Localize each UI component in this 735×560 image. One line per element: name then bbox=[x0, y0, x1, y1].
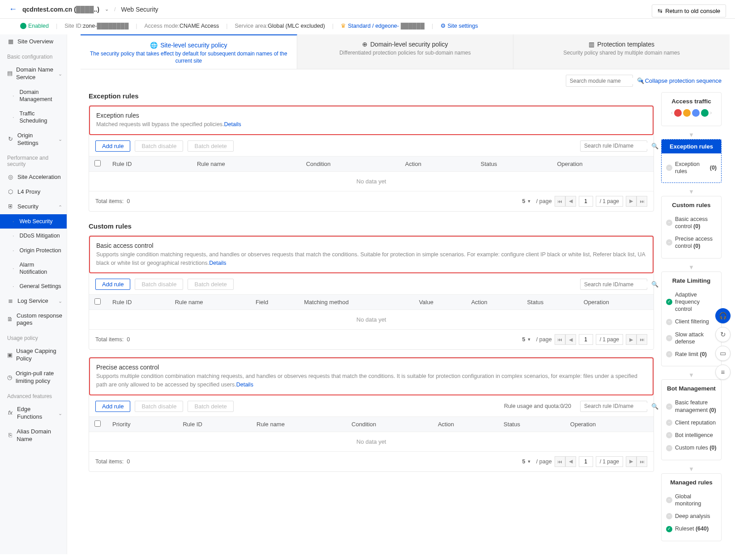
page-first-button[interactable]: ⏮ bbox=[555, 196, 565, 207]
batch-delete-button[interactable]: Batch delete bbox=[188, 401, 233, 412]
collapse-sequence-link[interactable]: ⇥ Collapse protection sequence bbox=[638, 77, 722, 84]
ruleset-line[interactable]: ✓Ruleset (640) bbox=[666, 522, 717, 535]
page-next-button[interactable]: ▶ bbox=[626, 456, 637, 467]
tab-protection-templates[interactable]: ▥Protection templates Security policy sh… bbox=[513, 34, 730, 69]
refresh-button[interactable]: ↻ bbox=[715, 327, 731, 342]
collapse-icon: ⇥ bbox=[638, 77, 643, 84]
page-prev-button[interactable]: ◀ bbox=[565, 456, 576, 467]
sidebar-item-log-service[interactable]: ≣Log Service⌄ bbox=[0, 294, 67, 309]
sidebar-item-origin-protection[interactable]: Origin Protection bbox=[0, 243, 67, 258]
status-dot-icon: − bbox=[666, 319, 672, 325]
sidebar-item-security[interactable]: ⛨Security⌃ bbox=[0, 199, 67, 214]
batch-disable-button[interactable]: Batch disable bbox=[135, 279, 183, 290]
custom-rules-title: Custom rules bbox=[666, 202, 717, 208]
sidebar-item-alias-domain[interactable]: ⎘Alias Domain Name bbox=[0, 424, 67, 447]
support-chat-button[interactable]: 🎧 bbox=[715, 308, 731, 323]
sidebar-item-domain-mgmt[interactable]: Domain Management bbox=[0, 85, 67, 107]
page-first-button[interactable]: ⏮ bbox=[555, 334, 565, 345]
docs-button[interactable]: ▭ bbox=[715, 346, 731, 361]
page-first-button[interactable]: ⏮ bbox=[555, 456, 565, 467]
select-all-checkbox[interactable] bbox=[94, 298, 101, 305]
rate-limit-line[interactable]: −Rate limit (0) bbox=[666, 348, 717, 361]
module-search[interactable]: 🔍 bbox=[566, 75, 633, 87]
site-settings-link[interactable]: ⚙ Site settings bbox=[440, 22, 478, 29]
page-input[interactable] bbox=[579, 196, 593, 207]
sidebar-item-origin-pull[interactable]: ◷Origin-pull rate limiting policy bbox=[0, 366, 67, 389]
return-old-console-button[interactable]: ⇆ Return to old console bbox=[652, 4, 726, 17]
per-page-value[interactable]: 5 bbox=[522, 336, 526, 343]
bot-management-sequence-block[interactable]: Bot Management −Basic feature management… bbox=[661, 379, 722, 460]
select-all-checkbox[interactable] bbox=[94, 160, 101, 166]
page-prev-button[interactable]: ◀ bbox=[565, 334, 576, 345]
sidebar-item-edge-functions[interactable]: fxEdge Functions⌄ bbox=[0, 402, 67, 424]
tab-site-level[interactable]: 🌐Site-level security policy The security… bbox=[81, 34, 297, 69]
batch-disable-button[interactable]: Batch disable bbox=[135, 140, 183, 152]
sidebar-item-traffic-scheduling[interactable]: Traffic Scheduling bbox=[0, 106, 67, 128]
client-filtering-line[interactable]: −Client filtering bbox=[666, 315, 717, 328]
page-input[interactable] bbox=[579, 456, 593, 467]
col-operation: Operation bbox=[578, 295, 654, 310]
basic-feature-line[interactable]: −Basic feature management (0) bbox=[666, 396, 717, 416]
per-page-value[interactable]: 5 bbox=[522, 198, 526, 204]
sidebar-item-site-acceleration[interactable]: ◎Site Acceleration bbox=[0, 170, 67, 185]
flow-arrow-icon: ▼ bbox=[661, 132, 722, 138]
select-all-checkbox[interactable] bbox=[94, 420, 101, 427]
list-button[interactable]: ≡ bbox=[715, 365, 731, 380]
exception-rules-line[interactable]: −Exception rules (0) bbox=[666, 158, 717, 178]
bot-intelligence-line[interactable]: −Bot intelligence bbox=[666, 429, 717, 441]
sidebar-item-alarm[interactable]: Alarm Notification bbox=[0, 258, 67, 280]
exception-sequence-block[interactable]: Exception rules −Exception rules (0) bbox=[661, 139, 722, 183]
dot-green-icon bbox=[701, 109, 709, 117]
rate-limiting-sequence-block[interactable]: Rate Limiting ✓Adaptive frequency contro… bbox=[661, 272, 722, 367]
per-page-value[interactable]: 5 bbox=[522, 458, 526, 465]
sidebar-item-origin-settings[interactable]: ↻Origin Settings⌄ bbox=[0, 128, 67, 151]
client-reputation-line[interactable]: −Client reputation bbox=[666, 416, 717, 429]
sidebar-item-usage-capping[interactable]: ▣Usage Capping Policy bbox=[0, 344, 67, 366]
page-next-button[interactable]: ▶ bbox=[626, 196, 637, 207]
site-dropdown-chevron[interactable]: ⌄ bbox=[105, 6, 109, 12]
sidebar-item-l4-proxy[interactable]: ⬡L4 Proxy bbox=[0, 185, 67, 199]
page-total: / 1 page bbox=[596, 456, 623, 467]
details-link[interactable]: Details bbox=[236, 382, 253, 388]
slow-attack-line[interactable]: −Slow attack defense bbox=[666, 328, 717, 348]
sidebar-item-dns[interactable]: ▤Domain Name Service⌄ bbox=[0, 63, 67, 85]
precise-access-line[interactable]: −Precise access control (0) bbox=[666, 233, 717, 253]
rule-search[interactable]: 🔍 bbox=[580, 401, 647, 412]
rule-search-input[interactable] bbox=[584, 281, 651, 288]
sidebar-item-overview[interactable]: ▦Site Overview bbox=[0, 34, 67, 49]
add-rule-button[interactable]: Add rule bbox=[95, 140, 130, 152]
details-link[interactable]: Details bbox=[209, 260, 226, 266]
rule-search[interactable]: 🔍 bbox=[580, 140, 647, 152]
back-arrow-icon[interactable]: ← bbox=[9, 4, 17, 14]
add-rule-button[interactable]: Add rule bbox=[95, 279, 130, 290]
page-input[interactable] bbox=[579, 334, 593, 345]
sidebar-item-web-security[interactable]: Web Security bbox=[0, 214, 67, 229]
basic-access-line[interactable]: −Basic access control (0) bbox=[666, 213, 717, 233]
rule-search-input[interactable] bbox=[584, 403, 651, 409]
custom-rules-sequence-block[interactable]: Custom rules −Basic access control (0) −… bbox=[661, 196, 722, 259]
page-prev-button[interactable]: ◀ bbox=[565, 196, 576, 207]
batch-delete-button[interactable]: Batch delete bbox=[188, 140, 233, 152]
sidebar-item-general-settings[interactable]: General Settings bbox=[0, 279, 67, 293]
rule-search-input[interactable] bbox=[584, 143, 651, 149]
module-search-input[interactable] bbox=[570, 78, 637, 84]
deep-analysis-line[interactable]: −Deep analysis bbox=[666, 510, 717, 522]
page-next-button[interactable]: ▶ bbox=[626, 334, 637, 345]
page-last-button[interactable]: ⏭ bbox=[637, 196, 647, 207]
adaptive-line[interactable]: ✓Adaptive frequency control bbox=[666, 288, 717, 316]
plan-link[interactable]: ♛ Standard / edgeone-██████ bbox=[341, 22, 424, 29]
custom-rules-line[interactable]: −Custom rules (0) bbox=[666, 441, 717, 454]
batch-disable-button[interactable]: Batch disable bbox=[135, 401, 183, 412]
details-link[interactable]: Details bbox=[224, 121, 241, 127]
global-monitoring-line[interactable]: −Global monitoring bbox=[666, 490, 717, 510]
batch-delete-button[interactable]: Batch delete bbox=[188, 279, 233, 290]
tab-domain-level[interactable]: ⊕Domain-level security policy Differenti… bbox=[297, 34, 514, 69]
add-rule-button[interactable]: Add rule bbox=[95, 401, 130, 412]
rule-search[interactable]: 🔍 bbox=[580, 279, 647, 290]
managed-rules-sequence-block[interactable]: Managed rules −Global monitoring −Deep a… bbox=[661, 473, 722, 541]
page-last-button[interactable]: ⏭ bbox=[637, 456, 647, 467]
page-last-button[interactable]: ⏭ bbox=[637, 334, 647, 345]
sidebar-item-custom-response[interactable]: 🗎Custom response pages bbox=[0, 309, 67, 331]
search-icon: 🔍 bbox=[651, 281, 658, 288]
sidebar-item-ddos[interactable]: DDoS Mitigation bbox=[0, 229, 67, 243]
